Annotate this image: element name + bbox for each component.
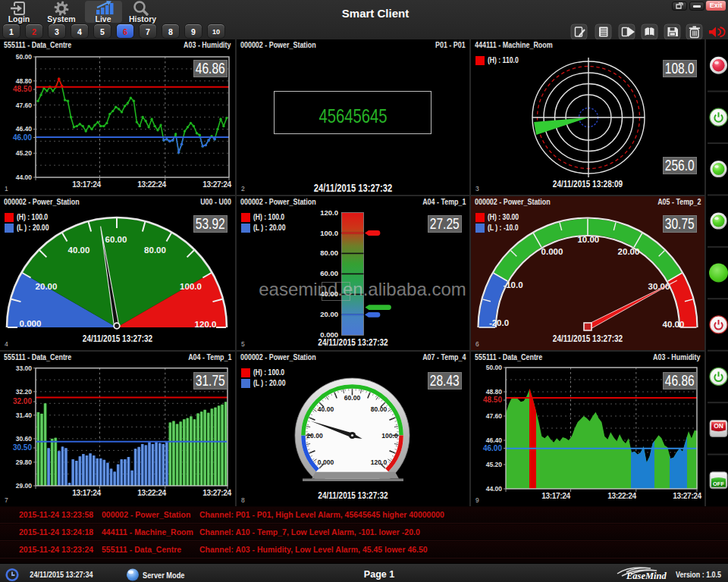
svg-text:13:22:24: 13:22:24 [607,492,636,500]
svg-text:0.000: 0.000 [20,319,42,328]
svg-text:47.60: 47.60 [16,102,33,109]
svg-text:50.00: 50.00 [16,53,33,61]
svg-text:46.00: 46.00 [483,444,502,452]
svg-text:44.00: 44.00 [486,485,503,493]
svg-text:0.000: 0.000 [541,247,563,256]
svg-text:ON: ON [714,422,723,430]
svg-text:30.60: 30.60 [16,435,33,443]
svg-text:13:27:24: 13:27:24 [202,180,231,189]
svg-text:OFF: OFF [713,480,724,487]
svg-text:44.00: 44.00 [16,174,33,181]
svg-text:48.50: 48.50 [483,396,502,404]
svg-text:32.20: 32.20 [16,388,33,396]
svg-text:10.00: 10.00 [577,235,599,244]
svg-text:40.00: 40.00 [663,320,685,329]
svg-text:100.0: 100.0 [381,432,398,440]
svg-text:80.00: 80.00 [320,249,338,257]
svg-text:29.80: 29.80 [16,458,33,466]
svg-text:120.0: 120.0 [320,208,338,217]
svg-text:45.20: 45.20 [486,461,503,468]
svg-text:29.00: 29.00 [16,482,33,490]
svg-text:48.50: 48.50 [13,85,32,93]
svg-text:46.40: 46.40 [16,125,33,133]
svg-text:13:17:24: 13:17:24 [541,492,570,500]
svg-text:80.00: 80.00 [371,405,388,413]
svg-text:EaseMind: EaseMind [626,571,667,581]
svg-text:40.00: 40.00 [68,246,90,255]
svg-text:47.60: 47.60 [486,412,503,420]
svg-text:31.40: 31.40 [16,411,33,419]
svg-text:20.00: 20.00 [306,432,323,440]
svg-text:-20.0: -20.0 [489,318,509,327]
svg-text:48.80: 48.80 [486,388,503,396]
svg-text:120.0: 120.0 [371,458,388,466]
svg-text:45.20: 45.20 [16,149,33,157]
svg-text:48.80: 48.80 [16,77,33,85]
svg-text:13:27:24: 13:27:24 [202,489,231,497]
svg-text:20.00: 20.00 [618,247,640,256]
svg-text:50.00: 50.00 [486,364,503,371]
svg-text:60.00: 60.00 [320,269,338,277]
svg-text:32.00: 32.00 [13,397,32,405]
svg-text:100.0: 100.0 [320,229,338,237]
svg-text:13:22:24: 13:22:24 [137,180,166,189]
svg-text:120.0: 120.0 [195,320,217,329]
svg-text:20.00: 20.00 [320,310,338,318]
svg-text:60.00: 60.00 [344,394,361,402]
svg-text:46.40: 46.40 [486,436,503,444]
svg-text:80.00: 80.00 [144,246,166,255]
svg-text:0.000: 0.000 [318,458,334,466]
svg-text:13:17:24: 13:17:24 [72,180,101,189]
svg-text:13:22:24: 13:22:24 [137,489,166,497]
svg-text:13:27:24: 13:27:24 [673,492,701,500]
svg-text:60.00: 60.00 [105,235,127,244]
svg-text:13:17:24: 13:17:24 [72,489,101,497]
svg-text:46.00: 46.00 [13,133,32,142]
svg-text:30.50: 30.50 [13,443,32,452]
svg-text:33.00: 33.00 [16,365,33,372]
svg-text:40.00: 40.00 [318,405,334,413]
